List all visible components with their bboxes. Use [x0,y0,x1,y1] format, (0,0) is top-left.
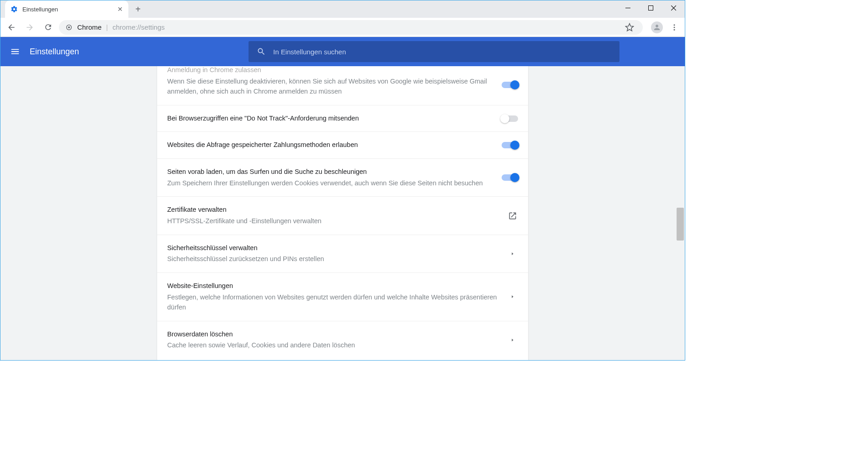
chevron-right-icon [507,294,518,299]
row-subtitle: HTTPS/SSL-Zertifikate und -Einstellungen… [167,216,498,226]
row-subtitle: Sicherheitsschlüssel zurücksetzen und PI… [167,254,498,264]
profile-avatar[interactable] [651,21,663,33]
settings-card: Anmeldung in Chrome zulassen Wenn Sie di… [157,66,528,361]
row-title: Anmeldung in Chrome zulassen [167,66,492,75]
app-header: Einstellungen [0,37,685,66]
row-subtitle: Zum Speichern Ihrer Einstellungen werden… [167,178,492,188]
svg-point-6 [674,26,675,28]
toolbar: Chrome | chrome://settings [0,18,685,37]
row-title: Zertifikate verwalten [167,205,498,215]
row-title: Website-Einstellungen [167,281,498,291]
toggle-preload-pages[interactable] [502,174,518,181]
close-icon[interactable]: ✕ [117,5,123,13]
chevron-right-icon [507,251,518,256]
svg-point-5 [674,24,675,26]
row-title: Websites die Abfrage gespeicherter Zahlu… [167,140,492,150]
tab-title: Einstellungen [22,6,113,13]
svg-rect-0 [625,8,630,8]
window-minimize-button[interactable] [616,0,639,15]
chevron-right-icon [507,338,518,342]
svg-rect-1 [648,5,653,10]
row-manage-certificates[interactable]: Zertifikate verwalten HTTPS/SSL-Zertifik… [157,197,528,235]
toggle-allow-chrome-signin[interactable] [502,82,518,88]
row-clear-browsing-data[interactable]: Browserdaten löschen Cache leeren sowie … [157,321,528,359]
row-title: Browserdaten löschen [167,330,498,340]
back-button[interactable] [4,20,19,35]
settings-search[interactable] [249,41,619,62]
row-subtitle: Wenn Sie diese Einstellung deaktivieren,… [167,76,492,97]
site-info-icon[interactable] [65,24,73,31]
menu-kebab-icon[interactable] [667,21,681,34]
menu-hamburger-icon[interactable] [10,46,21,57]
row-security-keys[interactable]: Sicherheitsschlüssel verwalten Sicherhei… [157,235,528,273]
window-maximize-button[interactable] [639,0,662,15]
page-title: Einstellungen [30,47,79,57]
gear-icon [11,5,18,13]
row-title: Bei Browserzugriffen eine "Do Not Track"… [167,114,492,124]
address-bar[interactable]: Chrome | chrome://settings [59,20,643,35]
external-link-icon [507,211,518,220]
scrollbar-thumb[interactable] [677,208,684,241]
row-subtitle: Festlegen, welche Informationen von Webs… [167,292,498,313]
row-subtitle: Cache leeren sowie Verlauf, Cookies und … [167,340,498,350]
window-titlebar: Einstellungen ✕ + [0,0,685,18]
bookmark-star-icon[interactable] [623,21,636,34]
row-payment-methods: Websites die Abfrage gespeicherter Zahlu… [157,132,528,159]
row-title: Sicherheitsschlüssel verwalten [167,243,498,253]
row-allow-chrome-signin: Anmeldung in Chrome zulassen Wenn Sie di… [157,66,528,105]
row-do-not-track: Bei Browserzugriffen eine "Do Not Track"… [157,105,528,132]
forward-button[interactable] [22,20,37,35]
row-site-settings[interactable]: Website-Einstellungen Festlegen, welche … [157,273,528,321]
reload-button[interactable] [41,20,55,35]
toggle-payment-methods[interactable] [502,142,518,148]
svg-point-4 [68,26,70,28]
window-close-button[interactable] [662,0,685,15]
browser-tab[interactable]: Einstellungen ✕ [5,0,128,18]
search-icon [257,47,266,56]
new-tab-button[interactable]: + [131,2,145,16]
toggle-do-not-track[interactable] [502,115,518,122]
svg-point-7 [674,29,675,30]
row-title: Seiten vorab laden, um das Surfen und di… [167,167,492,177]
settings-search-input[interactable] [273,48,611,56]
settings-content: Anmeldung in Chrome zulassen Wenn Sie di… [0,66,685,361]
row-preload-pages: Seiten vorab laden, um das Surfen und di… [157,159,528,197]
url-display: Chrome | chrome://settings [77,23,164,31]
